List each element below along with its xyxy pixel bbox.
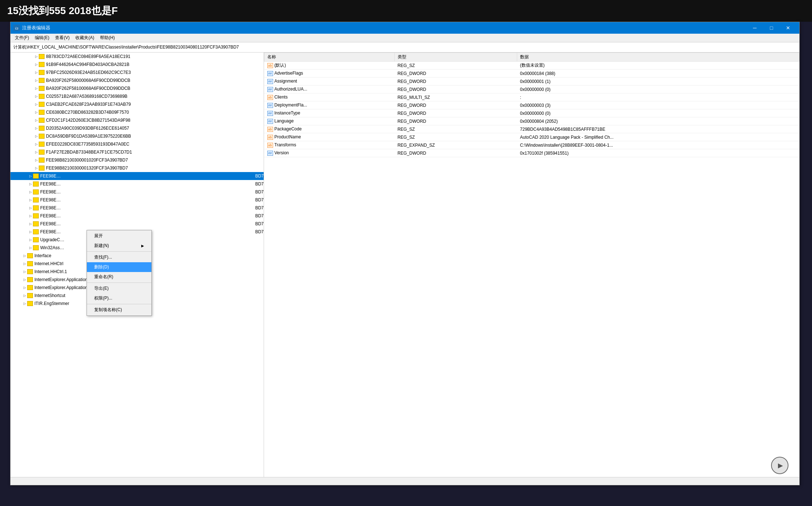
menu-edit[interactable]: 编辑(E) [32,34,52,42]
table-row[interactable]: abProductNameREG_SZAutoCAD 2020 Language… [264,133,799,141]
value-name: PackageCode [275,126,302,131]
menu-favorites[interactable]: 收藏夹(A) [72,34,97,42]
tree-arrow: ▷ [22,294,27,297]
table-row[interactable]: abTransformsREG_EXPAND_SZC:\Windows\Inst… [264,141,799,149]
tree-item[interactable]: ▷ FEE98E… BD7 [11,188,264,196]
value-name-cell: abPackageCode [264,125,395,133]
value-type: REG_SZ [394,133,517,141]
table-row[interactable]: ##AssignmentREG_DWORD0x00000001 (1) [264,78,799,85]
table-row[interactable]: abPackageCodeREG_SZ729BDC4A93B4AD5498B1C… [264,125,799,133]
context-menu: 展开 新建(N) ▶ 查找(F)... 删除(D) 重命名(R) 导出(E) 权… [87,230,152,316]
value-type: REG_DWORD [394,85,517,93]
folder-icon [33,173,39,179]
tree-arrow: ▷ [34,79,39,82]
table-row[interactable]: ##DeploymentFla...REG_DWORD0x00000003 (3… [264,101,799,109]
folder-icon [33,189,39,195]
tree-item[interactable]: ▷ FEE98E… BD7 [11,220,264,228]
tree-arrow: ▷ [22,302,27,305]
submenu-arrow: ▶ [141,244,144,248]
tree-item[interactable]: ▷ FEE98E… BD7 [11,204,264,212]
ctx-copy-name[interactable]: 复制项名称(C) [87,305,151,315]
tree-arrow: ▷ [22,278,27,281]
value-data: 0x00000003 (3) [517,101,799,109]
table-row[interactable]: abClientsREG_MULTI_SZ: [264,93,799,101]
tree-item[interactable]: ▷ D20352A90C039D93DBF6126ECE614057 [11,124,264,132]
table-row[interactable]: ##InstanceTypeREG_DWORD0x00000000 (0) [264,109,799,117]
ctx-permissions[interactable]: 权限(P)... [87,293,151,303]
tree-item[interactable]: ▷ CE6380BC270BD863282B3D74B09F7570 [11,108,264,116]
registry-value-icon: ## [267,79,273,84]
tree-item[interactable]: ▷ 8B783CD72A6EC084E89F6A5EA18EC191 [11,53,264,60]
folder-icon [39,102,45,107]
ctx-expand[interactable]: 展开 [87,231,151,241]
menu-help[interactable]: 帮助(H) [97,34,118,42]
tree-item[interactable]: ▷ FEE98B82100300001320FCF3A3907BD7 [11,164,264,172]
tree-item[interactable]: ▷ EFEE0228DC83E77358593193D847A0EC [11,140,264,148]
value-type: REG_SZ [394,62,517,70]
tree-item[interactable]: ▷ FEE98E… BD7 [11,180,264,188]
tree-item-selected[interactable]: ▷ FEE98E… BD7 [11,172,264,180]
tree-item[interactable]: ▷ DC8A59DBF9D1DA5389A1E3975220E6BB [11,132,264,140]
tree-arrow: ▷ [34,63,39,66]
table-row[interactable]: ##VersionREG_DWORD0x1701002f (385941551) [264,149,799,157]
ctx-separator-3 [87,304,151,304]
tree-panel[interactable]: ▷ 8B783CD72A6EC084E89F6A5EA18EC191 ▷ 91B… [11,53,264,477]
tree-arrow: ▷ [28,190,33,194]
ctx-new[interactable]: 新建(N) ▶ [87,241,151,251]
table-row[interactable]: ##AdvertiseFlagsREG_DWORD0x00000184 (388… [264,70,799,78]
tree-item[interactable]: ▷ FEE98E… BD7 [11,212,264,220]
tree-item[interactable]: ▷ BA920F262F58100068A6F90CDD99DDCB [11,84,264,92]
menu-file[interactable]: 文件(F) [12,34,32,42]
tree-item[interactable]: ▷ BA920F262F58000068A6F90CDD99DDCB [11,76,264,84]
value-type: REG_EXPAND_SZ [394,141,517,149]
value-name-cell: ##Version [264,149,395,157]
address-bar: 计算机\HKEY_LOCAL_MACHINE\SOFTWARE\Classes\… [11,42,799,53]
tree-item[interactable]: ▷ C3AEB2FCAE628F23AAB933F1E743AB79 [11,100,264,108]
tree-item[interactable]: ▷ C025571B2A687A53689168CD7369889B [11,92,264,100]
value-name: (默认) [275,63,286,68]
value-type: REG_DWORD [394,109,517,117]
title-bar-title: 注册表编辑器 [22,25,746,31]
minimize-button[interactable]: ─ [746,22,763,34]
value-name-cell: ##AdvertiseFlags [264,70,395,78]
values-panel: 名称 类型 数据 ab(默认)REG_SZ(数值未设置)##AdvertiseF… [264,53,799,477]
close-button[interactable]: ✕ [780,22,796,34]
registry-value-icon: ab [267,95,273,100]
value-name: Assignment [275,79,297,84]
value-name-cell: ##InstanceType [264,109,395,117]
values-table: 名称 类型 数据 ab(默认)REG_SZ(数值未设置)##AdvertiseF… [264,53,799,157]
ctx-delete[interactable]: 删除(D) [87,262,151,272]
tree-arrow: ▷ [28,238,33,242]
folder-icon [39,166,45,171]
table-row[interactable]: ab(默认)REG_SZ(数值未设置) [264,62,799,70]
registry-value-icon: ## [267,111,273,116]
tree-item[interactable]: ▷ 91B9F446264AC994FBD403A0CBA2821B [11,60,264,68]
value-data: 0x00000184 (388) [517,70,799,78]
value-name-cell: abClients [264,93,395,101]
ctx-rename[interactable]: 重命名(R) [87,272,151,282]
table-row[interactable]: ##AuthorizedLUA...REG_DWORD0x00000000 (0… [264,85,799,93]
tree-item[interactable]: ▷ FEE98E… BD7 [11,196,264,204]
tree-item[interactable]: ▷ FEE98B82100300001020FCF3A3907BD7 [11,156,264,164]
value-name-cell: ab(默认) [264,62,395,70]
address-value: 计算机\HKEY_LOCAL_MACHINE\SOFTWARE\Classes\… [13,44,796,50]
value-type: REG_DWORD [394,117,517,125]
ctx-export[interactable]: 导出(E) [87,284,151,293]
tree-arrow: ▷ [34,103,39,106]
registry-value-icon: ## [267,71,273,76]
tree-item[interactable]: ▷ 97BFC25026D93E24AB51ED662C9CC7E3 [11,68,264,76]
tree-arrow: ▷ [34,118,39,122]
ctx-find[interactable]: 查找(F)... [87,252,151,262]
table-row[interactable]: ##LanguageREG_DWORD0x00000804 (2052) [264,117,799,125]
value-type: REG_DWORD [394,101,517,109]
play-button-area [771,457,788,474]
col-header-type: 类型 [394,53,517,62]
tree-arrow: ▷ [34,134,39,138]
folder-icon [39,86,45,91]
tree-item[interactable]: ▷ CFD2C1F142D260E3CB8B271543DA9F98 [11,116,264,124]
folder-icon [39,134,45,139]
play-button[interactable] [771,457,788,474]
menu-view[interactable]: 查看(V) [52,34,72,42]
tree-item[interactable]: ▷ F1AF27E2BDAB73348BEA7F1CE75CD7D1 [11,148,264,156]
maximize-button[interactable]: □ [763,22,780,34]
